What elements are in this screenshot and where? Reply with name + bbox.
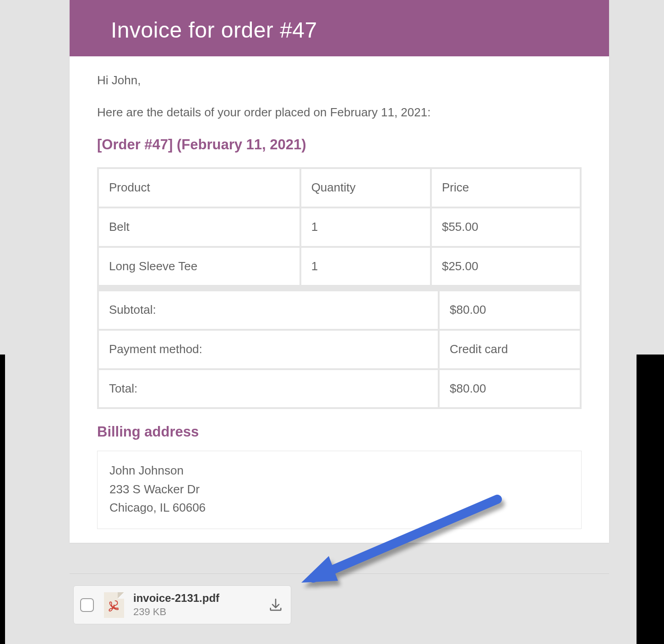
order-heading: [Order #47] (February 11, 2021): [97, 135, 582, 155]
table-header-row: Product Quantity Price: [99, 169, 580, 207]
intro-text: Here are the details of your order place…: [97, 104, 582, 121]
cell-product: Belt: [99, 208, 299, 246]
cell-product: Long Sleeve Tee: [99, 248, 299, 285]
address-line: 233 S Wacker Dr: [109, 480, 569, 498]
summary-row: Subtotal: $80.00: [99, 291, 580, 329]
cell-price: $55.00: [432, 208, 580, 246]
download-icon: [268, 597, 283, 613]
address-line: John Johnson: [109, 461, 569, 480]
email-header: Invoice for order #47: [70, 0, 609, 56]
attachment-checkbox[interactable]: [80, 598, 94, 612]
col-product: Product: [99, 169, 299, 207]
cell-price: $25.00: [432, 248, 580, 285]
summary-row: Total: $80.00: [99, 368, 580, 408]
attachment-filesize: 239 KB: [133, 606, 261, 618]
table-row: Long Sleeve Tee 1 $25.00: [99, 248, 580, 285]
summary-label: Total:: [99, 370, 438, 408]
summary-label: Subtotal:: [99, 291, 438, 329]
summary-value: Credit card: [438, 331, 580, 368]
address-line: Chicago, IL 60606: [109, 498, 569, 517]
summary-label: Payment method:: [99, 331, 438, 368]
summary-row: Payment method: Credit card: [99, 329, 580, 368]
billing-address: John Johnson 233 S Wacker Dr Chicago, IL…: [97, 451, 582, 529]
col-quantity: Quantity: [301, 169, 430, 207]
attachment-text: invoice-2131.pdf 239 KB: [133, 592, 261, 618]
col-price: Price: [432, 169, 580, 207]
pdf-icon: [104, 592, 124, 618]
greeting: Hi John,: [97, 72, 582, 89]
attachment-chip[interactable]: invoice-2131.pdf 239 KB: [73, 585, 291, 624]
attachment-filename: invoice-2131.pdf: [133, 592, 261, 605]
summary-value: $80.00: [438, 370, 580, 408]
cell-quantity: 1: [301, 248, 430, 285]
email-card: Invoice for order #47 Hi John, Here are …: [70, 0, 609, 543]
billing-heading: Billing address: [97, 422, 582, 442]
email-title: Invoice for order #47: [111, 17, 582, 43]
download-button[interactable]: [266, 595, 285, 615]
divider: [70, 573, 609, 574]
summary-value: $80.00: [438, 291, 580, 329]
email-body: Hi John, Here are the details of your or…: [70, 56, 609, 543]
order-summary: Subtotal: $80.00 Payment method: Credit …: [97, 286, 582, 409]
cell-quantity: 1: [301, 208, 430, 246]
order-table: Product Quantity Price Belt 1 $55.00 Lon…: [97, 167, 582, 287]
page-root: Invoice for order #47 Hi John, Here are …: [0, 0, 664, 644]
decorative-bar: [0, 355, 5, 644]
table-row: Belt 1 $55.00: [99, 208, 580, 246]
decorative-bar: [637, 355, 664, 644]
